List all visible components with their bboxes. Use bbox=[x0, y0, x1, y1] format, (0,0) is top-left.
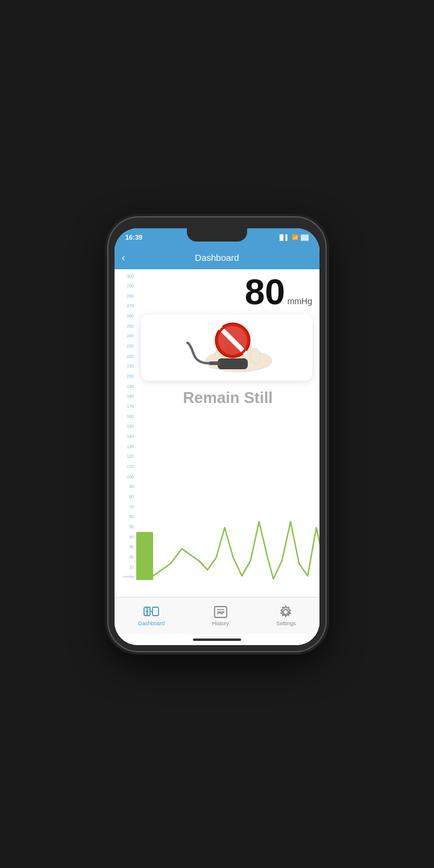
chart-content-area: 80 mmHg bbox=[136, 269, 319, 597]
back-button[interactable]: ‹ bbox=[122, 252, 125, 263]
y-label-120: 120 bbox=[115, 454, 136, 458]
settings-icon bbox=[277, 605, 294, 619]
pressure-value: 80 bbox=[245, 274, 285, 310]
y-label-80: 80 bbox=[115, 495, 136, 499]
y-label-40: 40 bbox=[115, 535, 136, 539]
y-label-170: 170 bbox=[115, 404, 136, 408]
signal-icon: ▐▌▌ bbox=[278, 234, 289, 240]
y-label-60: 60 bbox=[115, 514, 136, 519]
battery-icon: ▓▓ bbox=[301, 234, 309, 240]
y-label-210: 210 bbox=[115, 364, 136, 368]
y-label-260: 260 bbox=[115, 314, 136, 318]
y-label-280: 280 bbox=[115, 294, 136, 298]
pressure-display: 80 mmHg bbox=[245, 274, 312, 310]
remain-still-text: Remain Still bbox=[136, 389, 319, 407]
y-label-110: 110 bbox=[115, 464, 136, 469]
y-label-290: 290 bbox=[115, 284, 136, 288]
svg-rect-7 bbox=[218, 358, 248, 369]
y-label-240: 240 bbox=[115, 334, 136, 338]
y-label-220: 220 bbox=[115, 354, 136, 358]
status-time: 16:39 bbox=[125, 234, 142, 241]
y-label-160: 160 bbox=[115, 414, 136, 419]
y-label-140: 140 bbox=[115, 434, 136, 439]
y-label-230: 230 bbox=[115, 344, 136, 348]
y-label-mmhg: mmHg bbox=[115, 575, 136, 578]
y-label-300: 300 bbox=[115, 274, 136, 278]
tab-dashboard-label: Dashboard bbox=[138, 620, 165, 626]
y-label-20: 20 bbox=[115, 555, 136, 559]
svg-rect-14 bbox=[153, 607, 159, 616]
y-label-190: 190 bbox=[115, 384, 136, 389]
nav-title: Dashboard bbox=[195, 252, 239, 263]
phone-shell: 16:39 ▐▌▌ 📶 ▓▓ ‹ Dashboard 300 290 280 2… bbox=[108, 217, 326, 651]
bottom-chart bbox=[136, 510, 319, 597]
home-indicator bbox=[115, 634, 319, 645]
notch bbox=[187, 228, 247, 242]
tab-history[interactable]: History bbox=[205, 602, 236, 629]
y-label-10: 10 bbox=[115, 565, 136, 569]
svg-rect-8 bbox=[209, 361, 221, 365]
tab-bar: Dashboard History Settings bbox=[115, 597, 319, 634]
svg-point-5 bbox=[251, 348, 260, 364]
y-label-250: 250 bbox=[115, 324, 136, 328]
y-label-180: 180 bbox=[115, 394, 136, 398]
tab-settings[interactable]: Settings bbox=[269, 602, 303, 629]
nav-bar: ‹ Dashboard bbox=[115, 246, 319, 269]
tab-history-label: History bbox=[212, 620, 229, 626]
y-label-130: 130 bbox=[115, 445, 136, 449]
instruction-illustration bbox=[141, 314, 312, 381]
chart-area: 300 290 280 270 260 250 240 230 220 210 … bbox=[115, 269, 319, 597]
y-axis: 300 290 280 270 260 250 240 230 220 210 … bbox=[115, 269, 136, 597]
svg-point-20 bbox=[283, 610, 288, 614]
instruction-svg bbox=[160, 317, 293, 378]
wifi-icon: 📶 bbox=[292, 234, 298, 240]
home-bar bbox=[193, 639, 241, 641]
y-label-100: 100 bbox=[115, 475, 136, 479]
chart-bar bbox=[136, 532, 153, 580]
svg-point-16 bbox=[146, 610, 148, 613]
history-icon bbox=[212, 605, 229, 619]
y-label-90: 90 bbox=[115, 484, 136, 489]
instruction-card bbox=[141, 314, 312, 381]
y-label-30: 30 bbox=[115, 545, 136, 549]
y-label-50: 50 bbox=[115, 525, 136, 529]
tab-settings-label: Settings bbox=[276, 620, 296, 626]
y-label-200: 200 bbox=[115, 374, 136, 378]
pressure-unit: mmHg bbox=[288, 296, 312, 306]
y-label-270: 270 bbox=[115, 304, 136, 308]
status-icons: ▐▌▌ 📶 ▓▓ bbox=[278, 234, 309, 240]
line-chart-svg bbox=[153, 510, 319, 597]
phone-screen: 16:39 ▐▌▌ 📶 ▓▓ ‹ Dashboard 300 290 280 2… bbox=[115, 228, 319, 645]
status-bar: 16:39 ▐▌▌ 📶 ▓▓ bbox=[115, 228, 319, 246]
dashboard-icon bbox=[143, 605, 160, 619]
y-label-70: 70 bbox=[115, 505, 136, 509]
main-content: 300 290 280 270 260 250 240 230 220 210 … bbox=[115, 269, 319, 597]
y-label-150: 150 bbox=[115, 424, 136, 428]
tab-dashboard[interactable]: Dashboard bbox=[131, 602, 172, 629]
